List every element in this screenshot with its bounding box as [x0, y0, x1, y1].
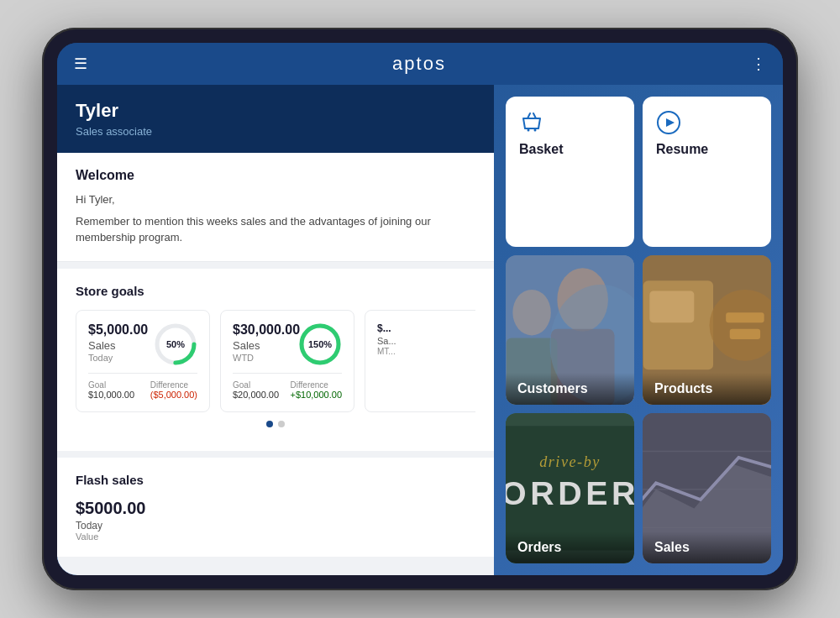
goal-donut-today: 50% [152, 321, 199, 371]
welcome-greeting: Hi Tyler, [76, 191, 475, 208]
basket-icon [519, 110, 544, 135]
carousel-dots [76, 412, 475, 436]
svg-marker-9 [666, 118, 675, 127]
resume-label: Resume [656, 142, 708, 157]
products-card[interactable]: Products [643, 255, 771, 406]
menu-icon[interactable]: ☰ [74, 55, 87, 73]
welcome-section: Welcome Hi Tyler, Remember to mention th… [57, 153, 494, 262]
customers-label: Customers [517, 381, 588, 395]
user-name: Tyler [76, 100, 475, 122]
user-card: Tyler Sales associate [57, 85, 494, 153]
quick-actions-row-1: Basket Resume [506, 97, 771, 247]
more-options-icon[interactable]: ⋮ [751, 55, 766, 73]
goal-card-today: $5,000.00 Sales Today 50% [76, 310, 210, 412]
sales-overlay: Sales [643, 532, 771, 563]
svg-point-6 [528, 129, 530, 132]
svg-text:150%: 150% [308, 339, 332, 349]
welcome-title: Welcome [76, 168, 475, 183]
svg-point-7 [534, 129, 537, 132]
goal-amount-mtd: $... [377, 322, 475, 334]
goal-card-wtd: $30,000.00 Sales WTD 150% [220, 310, 354, 412]
goal-period-mtd: MT... [377, 347, 475, 356]
orders-overlay: Orders [506, 532, 634, 563]
store-goals-section: Store goals $5,000.00 Sales Today [57, 262, 494, 451]
header: ☰ aptos ⋮ [57, 43, 783, 85]
products-label: Products [654, 381, 712, 395]
resume-icon [656, 110, 681, 135]
quick-actions-row-2: Customers [506, 255, 771, 406]
orders-label: Orders [517, 540, 561, 554]
goal-footer-diff-wtd: Difference +$10,000.00 [291, 380, 342, 400]
goal-footer-goal: Goal $10,000.00 [88, 380, 134, 400]
orders-card[interactable]: drive-by ORDER Orders [506, 413, 634, 563]
left-panel: Tyler Sales associate Welcome Hi Tyler, … [57, 85, 494, 575]
customers-card[interactable]: Customers [506, 255, 634, 406]
goals-row: $5,000.00 Sales Today 50% [76, 310, 475, 412]
tablet-frame: ☰ aptos ⋮ Tyler Sales associate Welcome … [42, 28, 798, 590]
customers-overlay: Customers [506, 373, 634, 405]
store-goals-title: Store goals [76, 284, 475, 298]
sales-card[interactable]: Sales [643, 413, 771, 563]
products-overlay: Products [643, 373, 771, 405]
goal-footer-goal-wtd: Goal $20,000.00 [233, 380, 279, 400]
basket-card[interactable]: Basket [506, 97, 634, 247]
quick-actions-row-3: drive-by ORDER Orders [506, 413, 771, 563]
sales-label: Sales [654, 540, 690, 554]
svg-text:50%: 50% [166, 339, 185, 349]
dot-1 [266, 421, 273, 427]
main-content: Tyler Sales associate Welcome Hi Tyler, … [57, 85, 783, 575]
flash-sales-sublabel: Value [76, 532, 475, 542]
goal-diff-wtd: +$10,000.00 [291, 390, 342, 400]
goal-value-today: $10,000.00 [88, 390, 134, 400]
welcome-message: Remember to mention this weeks sales and… [76, 213, 475, 246]
app-title: aptos [392, 53, 446, 75]
user-role: Sales associate [76, 125, 475, 138]
dot-2 [278, 421, 285, 427]
goal-value-wtd: $20,000.00 [233, 390, 279, 400]
tablet-screen: ☰ aptos ⋮ Tyler Sales associate Welcome … [57, 43, 783, 575]
goal-footer-today: Goal $10,000.00 Difference ($5,000.00) [88, 373, 197, 400]
goal-footer-diff: Difference ($5,000.00) [150, 380, 197, 400]
right-panel: Basket Resume [494, 85, 783, 575]
resume-card[interactable]: Resume [643, 97, 771, 247]
flash-sales-title: Flash sales [76, 473, 475, 487]
goal-donut-wtd: 150% [297, 321, 344, 371]
goal-footer-wtd: Goal $20,000.00 Difference +$10,000.00 [233, 373, 342, 400]
flash-sales-section: Flash sales $5000.00 Today Value [57, 451, 494, 557]
goal-card-mtd: $... Sa... MT... [365, 310, 475, 412]
basket-label: Basket [519, 142, 563, 157]
flash-sales-period: Today [76, 520, 475, 532]
flash-sales-value: $5000.00 [76, 499, 475, 518]
goal-diff-today: ($5,000.00) [150, 390, 197, 400]
goal-label-mtd: Sa... [377, 336, 475, 346]
